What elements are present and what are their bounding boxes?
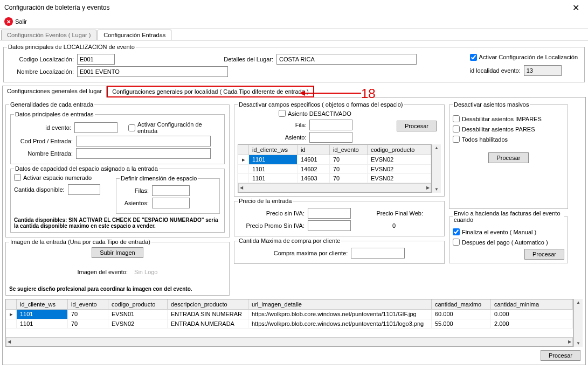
col-id: id [298,145,330,155]
despues-check[interactable]: Despues del pago ( Automatico ) [453,239,564,246]
precio-promo-input[interactable] [308,220,351,231]
subtab-generales-lugar[interactable]: Configuraciones generales del lugar [2,86,107,97]
definir-dim-legend: Definir dimensión de espacio [120,175,198,181]
cantmax-legend: Cantida Maxima de compra por cliente [238,238,341,244]
envio-hacienda-fieldset: Envio a hacienda las facturas del evento… [449,210,568,263]
asientos-input[interactable] [152,198,190,208]
desactivar-campos-legend: Desactivar campos especificos ( objetos … [238,101,404,108]
procesar-masivos-button[interactable]: Procesar [488,152,528,163]
datos-entradas-fieldset: Datos principales de entradas id evento:… [10,111,225,164]
compra-max-input[interactable] [351,248,405,259]
cantida-disp-input[interactable] [68,184,100,195]
codigo-loc-label: Codigo Localización: [7,56,77,62]
filas-input[interactable] [152,185,190,196]
precio-sin-iva-input[interactable] [308,208,351,219]
finaliza-check[interactable]: Finaliza el evento ( Manual ) [453,228,564,235]
detalles-label: Detalles del Lugar: [174,56,276,62]
nombre-loc-input[interactable] [77,66,228,77]
table-row[interactable]: 1101 70 EVSN02 ENTRADA NUMERADA https://… [6,319,573,329]
imagen-fieldset: Imagen de la entrada (Una por cada Tipo … [5,239,230,296]
id-evento-input[interactable] [74,122,117,133]
procesar-envio-button[interactable]: Procesar [524,249,564,260]
procesar-desact-button[interactable]: Procesar [397,121,437,131]
annotation-arrow [302,93,361,94]
localizacion-fieldset: Datos principales de LOCALIZACION de eve… [3,44,585,82]
salir-button[interactable]: ✕ Salir [4,17,27,26]
col-b-codigo: codigo_producto [108,299,168,309]
definir-dim-fieldset: Definir dimensión de espacio Filas: Asie… [116,175,220,214]
capacidad-legend: Datos de capacidad del espacio asignado … [14,165,159,172]
salir-label: Salir [15,18,27,25]
tab-config-entradas[interactable]: Configuración Entradas [98,30,171,40]
desact-masivos-fieldset: Desactivar asientos masivos Desabilitar … [449,101,568,209]
id-localidad-label: id localidad evento: [470,67,524,74]
subir-imagen-button[interactable]: Subir Imagen [92,247,143,258]
precio-sin-iva-label: Precio sin IVA: [238,210,308,217]
filas-label: Filas: [120,187,152,194]
col-b-max: cantidad_maximo [432,299,491,309]
nombre-entrada-label: Nombre Entrada: [14,150,76,157]
table-row[interactable]: ▸ 1101 70 EVSN01 ENTRADA SIN NUMERAR htt… [6,310,573,319]
bottom-scroll-h[interactable]: ◀▶ [6,337,573,346]
fila-label: Fila: [277,122,309,128]
envio-hacienda-legend: Envio a hacienda las facturas del evento… [453,210,564,223]
datos-entradas-legend: Datos principales de entradas [14,111,95,117]
precio-final-val: 0 [362,222,426,229]
asiento-desact-check[interactable]: Asiento DESACTIVADO [279,110,351,117]
precio-promo-label: Precio Promo Sin IVA: [238,222,308,229]
scrollbar-v[interactable]: ▲▼ [432,144,441,193]
col-b-min: cantidad_minima [491,299,573,309]
activar-entrada-check[interactable]: Activar Configuración de entrada [128,121,221,134]
activar-loc-check[interactable]: Activar Configuración de Localización [470,54,578,61]
table-row[interactable]: 1101 14602 70 EVSN02 [238,165,431,174]
close-icon[interactable]: ✕ [568,3,584,13]
bottom-grid[interactable]: id_cliente_ws id_evento codigo_producto … [5,299,573,347]
imagen-legend: Imagen de la entrada (Una por cada Tipo … [9,239,151,245]
cantida-disp-label: Cantida disponible: [14,186,68,193]
table-row[interactable]: 1101 14603 70 EVSN02 [238,174,431,183]
imagen-evento-label: Imagen del evento: [77,269,128,275]
id-evento-label: id evento: [14,124,74,131]
table-row[interactable]: ▸ 1101 14601 70 EVSN02 [238,155,431,165]
bottom-scroll-v[interactable]: ▲▼ [573,299,583,347]
asiento-label: Asiento: [277,134,309,141]
codigo-loc-input[interactable] [77,54,115,65]
col-id-evento: id_evento [330,145,368,155]
fila-input[interactable] [309,120,352,130]
desactivar-campos-fieldset: Desactivar campos especificos ( objetos … [234,101,445,197]
col-b-evento: id_evento [68,299,108,309]
imagen-nota: Se sugiere diseño profesional para coord… [9,286,226,292]
capacidad-nota: Cantida disponibles: SIN ACTIVAR EL CHEC… [14,217,221,229]
col-b-desc: descripcion_producto [168,299,248,309]
window-title: Configuración de boletería y eventos [4,4,568,11]
scrollbar-h[interactable]: ◀▶ [238,183,431,192]
id-localidad-input [524,65,562,76]
nombre-loc-label: Nombre Localización: [7,68,77,75]
annotation-arrowhead [300,90,305,96]
activar-espacio-check[interactable]: Activar espacio numerado [14,174,110,181]
pares-check[interactable]: Desabilitar asientos PARES [453,125,564,132]
cod-prod-input[interactable] [76,136,211,146]
localizacion-legend: Datos principales de LOCALIZACION de eve… [7,44,136,50]
nombre-entrada-input[interactable] [76,148,211,159]
capacidad-fieldset: Datos de capacidad del espacio asignado … [10,165,225,233]
precio-legend: Precio de la entrada [238,198,293,204]
todos-check[interactable]: Todos habilitados [453,136,564,143]
precio-final-label: Precio Final Web: [362,210,426,217]
desact-masivos-legend: Desactivar asientos masivos [453,101,530,108]
col-b-cliente: id_cliente_ws [17,299,68,309]
impares-check[interactable]: Desabilitar asientos IMPARES [453,115,564,122]
desact-grid[interactable]: id_cliente_ws id id_evento codigo_produc… [238,144,432,193]
procesar-bottom-button[interactable]: Procesar [541,350,580,361]
cantmax-fieldset: Cantida Maxima de compra por cliente Com… [234,238,445,264]
col-codigo-prod: codigo_producto [368,145,431,155]
sin-logo-text: Sin Logo [134,269,157,275]
detalles-input[interactable] [276,54,417,65]
subtab-generales-localidad[interactable]: Configuraciones generales por localidad … [107,86,314,97]
asiento-input[interactable] [309,132,352,143]
exit-icon: ✕ [4,17,13,26]
compra-max-label: Compra maxima por cliente: [274,250,351,256]
asientos-label: Asientos: [120,200,152,206]
tab-config-eventos[interactable]: Configuración Eventos ( Lugar ) [1,30,96,40]
cod-prod-label: Cod Prod / Entrada: [14,138,76,144]
